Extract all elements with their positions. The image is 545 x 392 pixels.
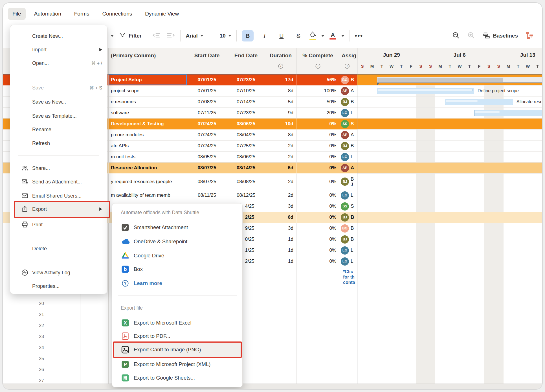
- chevron-down-icon[interactable]: [111, 33, 114, 38]
- duration-cell[interactable]: [265, 287, 296, 298]
- assigned-to-cell[interactable]: BJBJ: [339, 174, 357, 190]
- assigned-to-cell[interactable]: LGL: [339, 190, 357, 201]
- start-date-cell[interactable]: 07/24/25: [187, 119, 227, 130]
- file-menu-item-import[interactable]: Import: [10, 43, 107, 56]
- duration-cell[interactable]: [265, 353, 296, 364]
- percent-complete-cell[interactable]: 20%: [296, 108, 339, 119]
- menubar-item-dynamic-view[interactable]: Dynamic View: [140, 8, 183, 20]
- file-menu-item-send-as-attachment[interactable]: Send as Attachment...: [10, 175, 107, 189]
- percent-complete-cell[interactable]: 0%: [296, 163, 339, 174]
- assigned-to-cell[interactable]: BJB: [339, 141, 357, 152]
- file-menu-item-view-activity-log[interactable]: View Activity Log...: [10, 266, 107, 279]
- task-name-cell[interactable]: project scope: [109, 86, 187, 97]
- end-date-cell[interactable]: 07/23/25: [227, 75, 265, 86]
- duration-cell[interactable]: [265, 298, 296, 309]
- export-menu-item-google-drive[interactable]: Google Drive: [112, 249, 242, 262]
- start-date-cell[interactable]: 08/07/25: [187, 174, 227, 190]
- percent-complete-cell[interactable]: [296, 309, 339, 320]
- info-icon[interactable]: i: [278, 63, 284, 70]
- assigned-to-cell[interactable]: SSS: [339, 201, 357, 212]
- duration-cell[interactable]: 5d: [265, 97, 296, 108]
- zoom-out-icon[interactable]: [452, 31, 460, 40]
- duration-cell[interactable]: 1d: [265, 245, 296, 256]
- end-date-cell[interactable]: 08/06/25: [227, 152, 265, 163]
- percent-complete-cell[interactable]: 0%: [296, 256, 339, 267]
- start-date-cell[interactable]: 08/07/25: [187, 163, 227, 174]
- start-date-cell[interactable]: 07/24/25: [187, 130, 227, 141]
- duration-cell[interactable]: 3d: [265, 201, 296, 212]
- export-menu-item-smartsheet-attachment[interactable]: Smartsheet Attachment: [112, 221, 242, 234]
- duration-cell[interactable]: 10d: [265, 119, 296, 130]
- row-number-cell[interactable]: 22: [3, 320, 80, 331]
- assigned-to-cell[interactable]: [339, 298, 357, 309]
- attachment-cell[interactable]: [80, 320, 109, 331]
- file-menu-item-email-shared-users[interactable]: Email Shared Users...: [10, 189, 107, 203]
- column-header-duration[interactable]: Durationi: [265, 48, 296, 75]
- assigned-to-cell[interactable]: BJB: [339, 234, 357, 245]
- percent-complete-cell[interactable]: [296, 320, 339, 331]
- attachment-cell[interactable]: [80, 309, 109, 320]
- export-menu-item-export-gantt-to-image-png[interactable]: Export Gantt to Image (PNG): [112, 343, 242, 356]
- info-icon[interactable]: i: [344, 63, 350, 70]
- start-date-cell[interactable]: 08/11/25: [187, 190, 227, 201]
- assigned-to-cell[interactable]: [339, 287, 357, 298]
- column-header-end-date[interactable]: End Date: [227, 48, 265, 75]
- row-number-cell[interactable]: 23: [3, 331, 80, 342]
- menubar-item-file[interactable]: File: [8, 8, 26, 20]
- baselines-button[interactable]: Baselines: [482, 31, 518, 41]
- assigned-to-cell[interactable]: [339, 342, 357, 353]
- start-date-cell[interactable]: 07/11/25: [187, 108, 227, 119]
- duration-cell[interactable]: [265, 309, 296, 320]
- start-date-cell[interactable]: 08/05/25: [187, 152, 227, 163]
- percent-complete-cell[interactable]: 0%: [296, 234, 339, 245]
- duration-cell[interactable]: 2d: [265, 152, 296, 163]
- duration-cell[interactable]: 8d: [265, 86, 296, 97]
- column-header-assig[interactable]: Assigi: [339, 48, 357, 75]
- duration-cell[interactable]: [265, 267, 296, 287]
- column-header-primary-column[interactable]: (Primary Column): [109, 48, 187, 75]
- export-menu-item-box[interactable]: bBox: [112, 262, 242, 276]
- duration-cell[interactable]: 2d: [265, 174, 296, 190]
- assigned-to-cell[interactable]: *Clicfor thconta: [339, 267, 357, 287]
- duration-cell[interactable]: 8d: [265, 130, 296, 141]
- end-date-cell[interactable]: 08/12/25: [227, 190, 265, 201]
- gantt-splitter[interactable]: [357, 48, 357, 384]
- start-date-cell[interactable]: 07/08/25: [187, 97, 227, 108]
- percent-complete-cell[interactable]: [296, 342, 339, 353]
- duration-cell[interactable]: 9d: [265, 108, 296, 119]
- gantt-summary-bar[interactable]: [377, 77, 542, 83]
- file-menu-item-share[interactable]: Share...: [10, 161, 107, 175]
- percent-complete-cell[interactable]: 0%: [296, 130, 339, 141]
- duration-cell[interactable]: [265, 320, 296, 331]
- percent-complete-cell[interactable]: 0%: [296, 152, 339, 163]
- start-date-cell[interactable]: 07/24/25: [187, 141, 227, 152]
- font-color-button[interactable]: A: [329, 30, 336, 41]
- row-number-cell[interactable]: 27: [3, 375, 80, 384]
- end-date-cell[interactable]: 07/10/25: [227, 86, 265, 97]
- assigned-to-cell[interactable]: APA: [339, 130, 357, 141]
- indent-icon[interactable]: [166, 32, 175, 40]
- task-name-cell[interactable]: m unit tests: [109, 152, 187, 163]
- start-date-cell[interactable]: 07/01/25: [187, 75, 227, 86]
- end-date-cell[interactable]: 07/25/25: [227, 141, 265, 152]
- file-menu-item-save[interactable]: Save⌘ + S: [10, 81, 107, 95]
- percent-complete-cell[interactable]: 0%: [296, 201, 339, 212]
- duration-cell[interactable]: 1d: [265, 234, 296, 245]
- assigned-to-cell[interactable]: LGL: [339, 256, 357, 267]
- file-menu-item-delete[interactable]: Delete...: [10, 242, 107, 255]
- assigned-to-cell[interactable]: APA: [339, 163, 357, 174]
- file-menu-item-export[interactable]: Export: [10, 202, 107, 216]
- duration-cell[interactable]: 6d: [265, 212, 296, 223]
- assigned-to-cell[interactable]: BJB: [339, 97, 357, 108]
- more-options-button[interactable]: •••: [355, 32, 363, 40]
- percent-complete-cell[interactable]: 0%: [296, 174, 339, 190]
- assigned-to-cell[interactable]: BGB: [339, 75, 357, 86]
- font-family-select[interactable]: Arial: [186, 33, 203, 39]
- assigned-to-cell[interactable]: LGL: [339, 245, 357, 256]
- percent-complete-cell[interactable]: 56%: [296, 75, 339, 86]
- percent-complete-cell[interactable]: 0%: [296, 223, 339, 234]
- attachment-cell[interactable]: [80, 342, 109, 353]
- gantt-task-bar[interactable]: [474, 110, 542, 116]
- percent-complete-cell[interactable]: 0%: [296, 245, 339, 256]
- italic-button[interactable]: I: [259, 30, 271, 41]
